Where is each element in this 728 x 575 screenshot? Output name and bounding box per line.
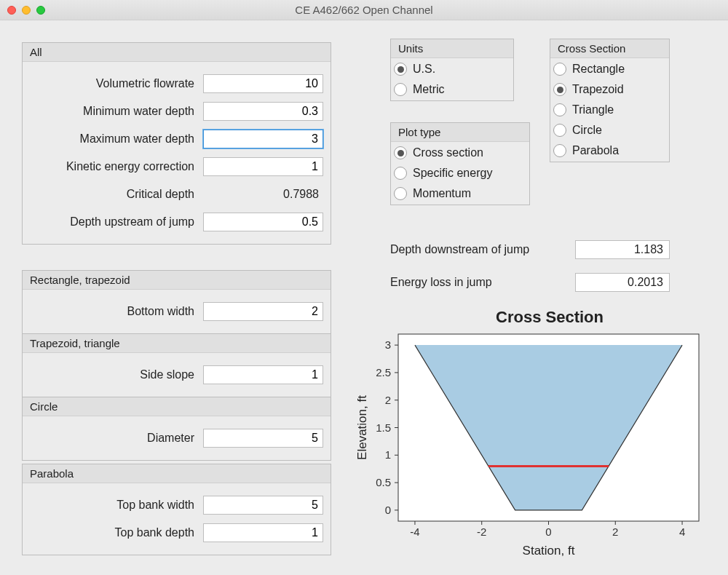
- eloss-value: 0.2013: [575, 273, 670, 292]
- panel-units-title: Units: [391, 39, 513, 58]
- radio-icon: [553, 144, 566, 157]
- radio-icon: [553, 103, 566, 116]
- top-width-label: Top bank width: [30, 499, 194, 512]
- svg-text:0: 0: [385, 504, 391, 516]
- panel-cross-section-title: Cross Section: [550, 39, 669, 58]
- radio-icon: [394, 63, 407, 76]
- radio-icon: [394, 167, 407, 180]
- svg-text:1.5: 1.5: [376, 421, 391, 434]
- units-radio-us[interactable]: U.S.: [394, 63, 510, 76]
- diameter-label: Diameter: [30, 432, 194, 445]
- svg-text:3: 3: [385, 338, 391, 351]
- shape-radio-rectangle[interactable]: Rectangle: [553, 63, 666, 76]
- panel-circle-title: Circle: [23, 397, 331, 416]
- panel-rect-trap: Rectangle, trapezoid Bottom width: [22, 270, 331, 334]
- critical-depth-label: Critical depth: [30, 188, 194, 201]
- radio-icon: [553, 63, 566, 76]
- max-depth-input[interactable]: [203, 130, 323, 148]
- panel-trap-tri: Trapezoid, triangle Side slope: [22, 333, 331, 397]
- panel-parabola-title: Parabola: [23, 464, 331, 483]
- plot-radio-energy[interactable]: Specific energy: [394, 167, 526, 180]
- side-slope-label: Side slope: [30, 368, 194, 381]
- max-depth-label: Maximum water depth: [30, 132, 194, 146]
- svg-text:-2: -2: [477, 526, 486, 538]
- radio-icon: [394, 146, 407, 159]
- top-width-input[interactable]: [203, 496, 323, 515]
- top-depth-input[interactable]: [203, 523, 323, 542]
- kinetic-input[interactable]: [203, 157, 323, 176]
- chart-svg: -4-202400.511.522.53Station, ftElevation…: [353, 327, 710, 563]
- units-metric-label: Metric: [413, 83, 445, 96]
- plot-momentum-label: Momentum: [413, 187, 471, 200]
- svg-text:2: 2: [385, 394, 391, 406]
- svg-text:4: 4: [679, 526, 685, 538]
- plot-radio-cross[interactable]: Cross section: [394, 146, 526, 159]
- chart-title: Cross Section: [389, 308, 710, 327]
- units-us-label: U.S.: [413, 63, 435, 76]
- shape-radio-circle[interactable]: Circle: [553, 124, 666, 137]
- svg-text:Elevation, ft: Elevation, ft: [355, 395, 369, 460]
- panel-parabola: Parabola Top bank width Top bank depth: [22, 464, 331, 555]
- panel-cross-section: Cross Section Rectangle Trapezoid Triang…: [550, 39, 670, 162]
- panel-trap-tri-title: Trapezoid, triangle: [23, 334, 331, 353]
- top-depth-label: Top bank depth: [30, 526, 194, 539]
- plot-energy-label: Specific energy: [413, 167, 492, 180]
- svg-text:2.5: 2.5: [376, 366, 391, 378]
- upstream-input[interactable]: [203, 213, 323, 231]
- svg-text:0: 0: [545, 526, 551, 538]
- svg-text:Station, ft: Station, ft: [523, 544, 575, 558]
- shape-circle-label: Circle: [572, 124, 602, 137]
- shape-rectangle-label: Rectangle: [572, 63, 625, 76]
- panel-circle: Circle Diameter: [22, 397, 331, 461]
- side-slope-input[interactable]: [203, 365, 323, 384]
- shape-radio-triangle[interactable]: Triangle: [553, 103, 666, 116]
- units-radio-metric[interactable]: Metric: [394, 83, 510, 96]
- min-depth-label: Minimum water depth: [30, 105, 194, 118]
- min-depth-input[interactable]: [203, 102, 323, 121]
- kinetic-label: Kinetic energy correction: [30, 160, 194, 173]
- radio-icon: [394, 187, 407, 200]
- downstream-value: 1.183: [575, 240, 670, 259]
- radio-icon: [394, 83, 407, 96]
- window-title: CE A462/662 Open Channel: [0, 4, 728, 16]
- chart: Cross Section -4-202400.511.522.53Statio…: [353, 308, 710, 566]
- volumetric-flowrate-input[interactable]: [203, 74, 323, 93]
- radio-icon: [553, 83, 566, 96]
- panel-units: Units U.S. Metric: [390, 39, 514, 101]
- shape-parabola-label: Parabola: [572, 144, 619, 157]
- window-titlebar: CE A462/662 Open Channel: [0, 0, 728, 20]
- upstream-label: Depth upstream of jump: [30, 215, 194, 229]
- radio-icon: [553, 124, 566, 137]
- minimize-icon[interactable]: [22, 6, 31, 15]
- close-icon[interactable]: [7, 6, 16, 15]
- zoom-icon[interactable]: [36, 6, 45, 15]
- bottom-width-label: Bottom width: [30, 305, 194, 318]
- shape-radio-trapezoid[interactable]: Trapezoid: [553, 83, 666, 96]
- svg-text:-4: -4: [410, 526, 419, 538]
- panel-all: All Volumetric flowrate Minimum water de…: [22, 42, 331, 245]
- svg-text:0.5: 0.5: [376, 476, 391, 488]
- svg-text:1: 1: [385, 448, 391, 461]
- critical-depth-value: 0.7988: [203, 185, 323, 204]
- volumetric-flowrate-label: Volumetric flowrate: [30, 77, 194, 90]
- plot-radio-momentum[interactable]: Momentum: [394, 187, 526, 200]
- svg-text:2: 2: [612, 526, 618, 538]
- plot-cross-label: Cross section: [413, 146, 483, 159]
- diameter-input[interactable]: [203, 429, 323, 448]
- shape-triangle-label: Triangle: [572, 103, 614, 116]
- eloss-label: Energy loss in jump: [390, 276, 492, 289]
- bottom-width-input[interactable]: [203, 302, 323, 321]
- panel-plot-type: Plot type Cross section Specific energy …: [390, 122, 530, 205]
- shape-trapezoid-label: Trapezoid: [572, 83, 624, 96]
- panel-rect-trap-title: Rectangle, trapezoid: [23, 271, 331, 290]
- panel-all-title: All: [23, 43, 331, 62]
- shape-radio-parabola[interactable]: Parabola: [553, 144, 666, 157]
- panel-plot-type-title: Plot type: [391, 123, 529, 142]
- downstream-label: Depth downstream of jump: [390, 243, 529, 256]
